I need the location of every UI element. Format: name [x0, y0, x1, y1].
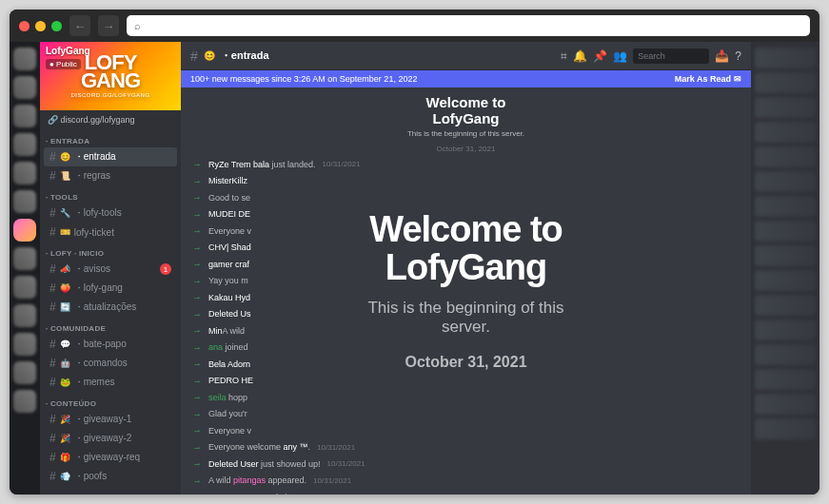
guild-item[interactable]	[13, 190, 36, 213]
guild-item[interactable]	[13, 76, 36, 99]
min-dot[interactable]	[35, 21, 46, 31]
member-item[interactable]	[755, 344, 816, 365]
category-header[interactable]: · COMUNIDADE	[40, 317, 181, 335]
channel-item[interactable]: #🎁・giveaway-req	[44, 448, 177, 467]
mark-as-read-button[interactable]: Mark As Read ✉	[675, 74, 741, 84]
hash-icon: #	[49, 470, 56, 483]
server-logo: LOFY GANG DISCORD.GG/LOFYGANG	[40, 42, 181, 110]
channel-item[interactable]: #🤖・comandos	[44, 354, 177, 373]
hash-icon: #	[49, 338, 56, 351]
channel-item[interactable]: #🎉・giveaway-2	[44, 429, 177, 448]
join-message: →Everyone welcome any ™. 10/31/2021	[192, 439, 740, 456]
channel-icon: 😊	[204, 50, 215, 61]
member-item[interactable]	[755, 221, 816, 242]
member-item[interactable]	[755, 394, 816, 415]
guild-item[interactable]	[13, 304, 36, 327]
close-dot[interactable]	[19, 21, 30, 31]
banner-text: 100+ new messages since 3:26 AM on Septe…	[190, 74, 417, 84]
guild-item-selected[interactable]	[13, 219, 36, 242]
channel-item[interactable]: #📜・regras	[44, 166, 177, 185]
guild-item[interactable]	[13, 105, 36, 127]
channel-item[interactable]: #🔄・atualizações	[44, 298, 177, 317]
member-item[interactable]	[755, 418, 816, 439]
join-message: →Yay you m	[192, 273, 740, 290]
channel-label: ・comandos	[74, 357, 171, 370]
hash-icon: #	[190, 48, 198, 64]
channel-item[interactable]: #😊・entrada	[44, 147, 177, 166]
search-input[interactable]: Search	[633, 48, 709, 64]
guild-list	[10, 42, 40, 494]
member-item[interactable]	[755, 320, 816, 340]
join-arrow-icon: →	[192, 259, 202, 269]
member-item[interactable]	[755, 97, 816, 118]
channel-item[interactable]: #🎫lofy-ticket	[44, 223, 177, 242]
hash-icon: #	[49, 451, 56, 464]
channel-label: ・entrada	[74, 150, 171, 164]
channel-emoji-icon: 💬	[60, 339, 70, 349]
guild-item[interactable]	[13, 247, 36, 270]
channel-item[interactable]: #🔧・lofy-tools	[44, 204, 177, 223]
guild-item[interactable]	[13, 133, 36, 156]
member-item[interactable]	[755, 196, 816, 217]
guild-item[interactable]	[13, 276, 36, 299]
inbox-icon[interactable]: 📥	[715, 49, 729, 63]
invite-link[interactable]: 🔗 discord.gg/lofygang	[40, 110, 181, 129]
channel-item[interactable]: #🎉・giveaway-1	[44, 410, 177, 429]
hash-icon: #	[49, 432, 56, 445]
join-arrow-icon: →	[192, 492, 202, 494]
guild-item[interactable]	[13, 333, 36, 356]
back-button[interactable]: ←	[69, 15, 90, 36]
member-item[interactable]	[755, 245, 816, 266]
category-header[interactable]: · CONTEÚDO	[40, 392, 181, 410]
guild-item[interactable]	[13, 390, 36, 413]
member-item[interactable]	[755, 122, 816, 143]
member-item[interactable]	[755, 146, 816, 167]
guild-item[interactable]	[13, 48, 36, 70]
server-header[interactable]: LofyGang ● Public LOFY GANG DISCORD.GG/L…	[40, 42, 181, 110]
max-dot[interactable]	[51, 21, 62, 31]
new-messages-banner[interactable]: 100+ new messages since 3:26 AM on Septe…	[181, 70, 751, 87]
member-item[interactable]	[755, 270, 816, 291]
hash-icon: #	[49, 376, 56, 389]
channel-emoji-icon: 💨	[60, 472, 70, 481]
channel-emoji-icon: 🎁	[60, 453, 70, 462]
members-icon[interactable]: 👥	[613, 49, 627, 63]
timestamp: 10/31/2021	[327, 459, 365, 468]
member-item[interactable]	[755, 369, 816, 390]
join-message: →Everyone v	[192, 223, 740, 240]
member-item[interactable]	[755, 295, 816, 316]
join-arrow-icon: →	[192, 475, 202, 486]
join-message: →MisterKillz	[192, 173, 740, 190]
hash-icon: #	[49, 206, 56, 220]
forward-button[interactable]: →	[98, 15, 119, 36]
join-arrow-icon: →	[192, 176, 202, 186]
channel-item[interactable]: #🐸・memes	[44, 373, 177, 392]
threads-icon[interactable]: ⌗	[561, 49, 567, 63]
guild-item[interactable]	[13, 361, 36, 384]
channel-label: ・atualizações	[74, 300, 171, 314]
bell-icon[interactable]: 🔔	[573, 49, 587, 63]
channel-item[interactable]: #💨・poofs	[44, 467, 177, 486]
pin-icon[interactable]: 📌	[593, 49, 607, 63]
help-icon[interactable]: ?	[735, 49, 741, 63]
channel-label: lofy-ticket	[74, 227, 171, 238]
url-bar[interactable]: ⌕	[127, 15, 810, 36]
member-item[interactable]	[755, 72, 816, 93]
member-item[interactable]	[755, 171, 816, 192]
channel-sidebar: LofyGang ● Public LOFY GANG DISCORD.GG/L…	[40, 42, 181, 494]
member-item[interactable]	[755, 48, 816, 68]
join-message: →CHV| Shad	[192, 240, 740, 257]
category-header[interactable]: · TOOLS	[40, 185, 181, 204]
channel-item[interactable]: #💬・bate-papo	[44, 335, 177, 354]
category-header[interactable]: · LOFY · INICIO	[40, 242, 181, 260]
category-header[interactable]: · ENTRADA	[40, 129, 181, 147]
join-message: →A wild pitangas appeared. 10/31/2021	[192, 473, 740, 490]
channel-item[interactable]: #📣・avisos1	[44, 260, 177, 279]
join-message: →seila hopp	[192, 389, 740, 406]
guild-item[interactable]	[13, 162, 36, 184]
hash-icon: #	[49, 281, 56, 295]
hash-icon: #	[49, 357, 56, 370]
join-arrow-icon: →	[192, 376, 202, 386]
channel-item[interactable]: #🍑・lofy-gang	[44, 279, 177, 298]
window-controls	[19, 21, 62, 31]
